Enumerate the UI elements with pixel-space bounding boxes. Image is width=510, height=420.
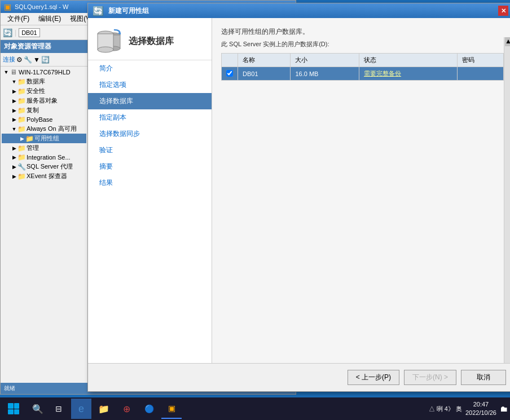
col-checkbox xyxy=(222,54,238,67)
toolbar-db-dropdown[interactable]: DB01 xyxy=(19,28,40,37)
ssms-icon: ▣ xyxy=(168,404,175,413)
back-button[interactable]: < 上一步(P) xyxy=(348,370,399,385)
db-password xyxy=(458,67,504,81)
expand-icon[interactable]: ▶ xyxy=(11,117,17,122)
toolbar-icon-new[interactable]: 🔄 xyxy=(3,28,12,37)
expand-icon[interactable]: ▶ xyxy=(11,98,17,104)
nav-item-intro[interactable]: 简介 xyxy=(88,60,212,77)
clock-time: 20:47 xyxy=(465,400,496,409)
svg-point-5 xyxy=(98,47,113,52)
toolbar-icon-4[interactable]: 🔄 xyxy=(41,56,50,64)
taskbar-app1-icon[interactable]: ⊕ xyxy=(116,399,137,419)
toolbar-icon-2[interactable]: 🔧 xyxy=(24,56,32,64)
tree-server-node[interactable]: ▼ 🖥 WIN-1L7C679HLD xyxy=(2,68,86,77)
tree-replication[interactable]: ▶ 📁 复制 xyxy=(2,105,86,115)
col-size: 大小 xyxy=(291,54,359,67)
menu-edit[interactable]: 编辑(E) xyxy=(34,13,65,25)
dialog-content: 选择可用性组的用户数据库。 此 SQL Server 实例上的用户数据库(D):… xyxy=(212,18,510,363)
col-status: 状态 xyxy=(359,54,458,67)
expand-icon[interactable]: ▶ xyxy=(11,108,17,113)
col-name: 名称 xyxy=(238,54,291,67)
folder-icon: 📁 xyxy=(17,97,25,105)
obj-explorer-toolbar: 连接 ⚙ 🔧 ▼ 🔄 xyxy=(1,53,87,67)
nav-item-data-sync[interactable]: 选择数据同步 xyxy=(88,126,212,142)
new-ag-dialog: 🔄 新建可用性组 ✕ xyxy=(87,3,510,392)
taskbar-apps: e 📁 ⊕ 🔵 ▣ xyxy=(69,399,184,419)
tree-sql-agent[interactable]: ▶ 🔧 SQL Server 代理 xyxy=(2,162,86,171)
tray-icons[interactable]: △ 咧 4》 奥 xyxy=(429,405,462,413)
nav-item-specify-replicas[interactable]: 指定副本 xyxy=(88,109,212,126)
integration-services-label: Integration Se... xyxy=(27,154,71,161)
folder-icon: 📁 xyxy=(25,135,33,143)
tree-polybase[interactable]: ▶ 📁 PolyBase xyxy=(2,115,86,124)
toolbar-icon-3[interactable]: ▼ xyxy=(33,56,40,64)
nav-item-results[interactable]: 结果 xyxy=(88,175,212,191)
col-password: 密码 xyxy=(458,54,504,67)
dialog-close-button[interactable]: ✕ xyxy=(498,6,508,16)
dialog-footer: < 上一步(P) 下一步(N) > 取消 xyxy=(88,363,510,391)
tree-integration-services[interactable]: ▶ 📁 Integration Se... xyxy=(2,153,86,162)
expand-icon[interactable]: ▶ xyxy=(11,145,17,151)
folder-icon: 📁 xyxy=(17,173,25,180)
db-status[interactable]: 需要完整备份 xyxy=(359,67,458,81)
taskbar-ssms-icon[interactable]: ▣ xyxy=(161,399,182,419)
taskbar-explorer-icon[interactable]: e xyxy=(71,399,91,419)
connect-label[interactable]: 连接 xyxy=(3,55,15,64)
tree-availability-groups[interactable]: ▶ 📁 可用性组 xyxy=(2,134,86,143)
dialog-header: 选择数据库 xyxy=(88,23,212,60)
toolbar-separator: | xyxy=(15,29,16,37)
table-row[interactable]: DB01 16.0 MB 需要完整备份 xyxy=(222,67,504,81)
db-section-label: 此 SQL Server 实例上的用户数据库(D): xyxy=(221,40,504,48)
db-status-link[interactable]: 需要完整备份 xyxy=(364,70,401,77)
taskbar-clock[interactable]: 20:47 2022/10/26 xyxy=(465,400,496,418)
expand-icon[interactable]: ▶ xyxy=(19,136,25,142)
taskbar-app2-icon[interactable]: 🔵 xyxy=(139,399,159,419)
expand-icon[interactable]: ▶ xyxy=(11,174,17,179)
management-label: 管理 xyxy=(27,144,39,152)
nav-item-summary[interactable]: 摘要 xyxy=(88,158,212,175)
row-checkbox[interactable] xyxy=(222,67,238,81)
taskbar-file-explorer-icon[interactable]: 📁 xyxy=(94,399,114,419)
sql-agent-label: SQL Server 代理 xyxy=(27,162,73,171)
tree-databases[interactable]: ▼ 📁 数据库 xyxy=(2,77,86,86)
nav-item-validation[interactable]: 验证 xyxy=(88,142,212,158)
cancel-button[interactable]: 取消 xyxy=(461,370,506,385)
always-on-label: Always On 高可用 xyxy=(27,125,77,133)
folder-icon: 📁 xyxy=(17,125,25,133)
next-button[interactable]: 下一步(N) > xyxy=(404,370,456,385)
nav-item-specify-options[interactable]: 指定选项 xyxy=(88,77,212,93)
content-subtitle: 选择可用性组的用户数据库。 xyxy=(221,27,504,37)
folder-icon: 📁 xyxy=(17,107,25,114)
tree-xevent[interactable]: ▶ 📁 XEvent 探查器 xyxy=(2,171,86,181)
toolbar-icon-1[interactable]: ⚙ xyxy=(16,56,23,64)
start-button[interactable] xyxy=(0,397,27,420)
windows-logo xyxy=(5,400,23,418)
availability-groups-label: 可用性组 xyxy=(34,134,59,143)
dialog-nav: 选择数据库 简介 指定选项 选择数据库 指定副本 选择数据同步 验证 摘要 结果 xyxy=(88,18,212,363)
scrollbar[interactable]: ▲ xyxy=(504,37,510,363)
scroll-up-arrow[interactable]: ▲ xyxy=(505,37,510,46)
expand-icon[interactable]: ▼ xyxy=(11,126,17,132)
search-icon: 🔍 xyxy=(32,404,43,414)
expand-icon[interactable]: ▶ xyxy=(11,154,17,160)
tree-security[interactable]: ▶ 📁 安全性 xyxy=(2,86,86,96)
menu-file[interactable]: 文件(F) xyxy=(3,13,34,25)
taskbar-search[interactable]: 🔍 xyxy=(27,397,49,420)
tree-server-objects[interactable]: ▶ 📁 服务器对象 xyxy=(2,96,86,105)
notification-icon[interactable]: 🖿 xyxy=(500,404,508,413)
task-view-button[interactable]: ⊟ xyxy=(49,399,69,419)
nav-item-select-db[interactable]: 选择数据库 xyxy=(88,93,212,109)
db-checkbox[interactable] xyxy=(226,70,233,77)
expand-icon[interactable]: ▼ xyxy=(11,79,17,85)
folder-icon: 📁 xyxy=(17,144,25,152)
tree-management[interactable]: ▶ 📁 管理 xyxy=(2,143,86,153)
db-size: 16.0 MB xyxy=(291,67,359,81)
databases-label: 数据库 xyxy=(27,77,45,86)
replication-label: 复制 xyxy=(27,106,39,114)
folder-icon: 📁 xyxy=(17,78,25,86)
expand-icon[interactable]: ▶ xyxy=(11,164,17,170)
expand-icon[interactable]: ▼ xyxy=(3,69,10,75)
taskbar-tray: △ 咧 4》 奥 20:47 2022/10/26 🖿 xyxy=(429,400,510,418)
expand-icon[interactable]: ▶ xyxy=(11,89,17,94)
tree-always-on[interactable]: ▼ 📁 Always On 高可用 xyxy=(2,124,86,134)
